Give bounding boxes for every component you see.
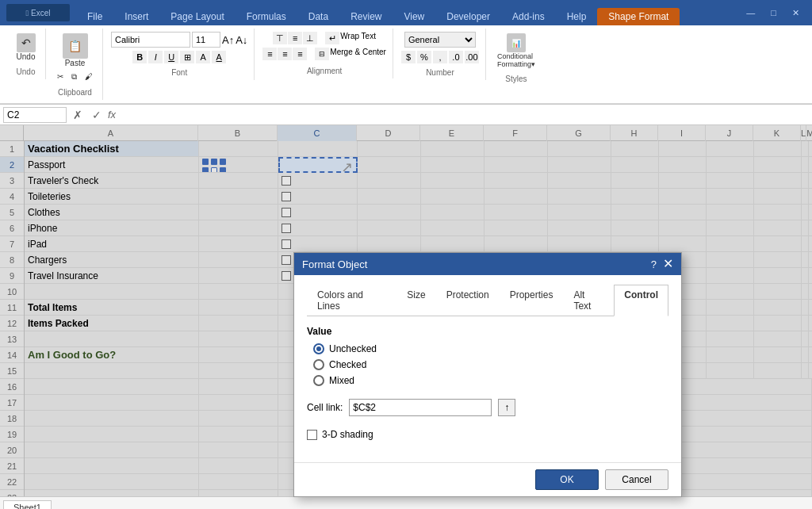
ok-button[interactable]: OK (535, 469, 599, 490)
cell-link-input[interactable] (349, 399, 492, 416)
cancel-button[interactable]: Cancel (605, 469, 668, 490)
format-painter-button[interactable]: 🖌 (82, 71, 96, 83)
ribbon-group-clipboard: 📋 Paste ✂ ⧉ 🖌 Clipboard (48, 29, 103, 100)
cell-link-row: Cell link: ↑ (307, 399, 668, 416)
cell-link-label: Cell link: (307, 402, 343, 413)
dialog-tab-properties[interactable]: Properties (500, 285, 564, 316)
align-bottom-button[interactable]: ⊥ (303, 32, 317, 44)
dialog-tabs: Colors and Lines Size Protection Propert… (307, 285, 668, 316)
font-grow-button[interactable]: A↑ (222, 34, 234, 46)
font-label: Font (171, 65, 187, 77)
wrap-text-label: Wrap Text (340, 32, 376, 44)
tab-addins[interactable]: Add-ins (501, 8, 556, 25)
cell-link-select-button[interactable]: ↑ (498, 399, 515, 416)
font-color-button[interactable]: A (212, 51, 226, 63)
merge-label: Merge & Center (330, 48, 386, 60)
undo-button[interactable]: ↶ Undo (13, 32, 39, 63)
align-center-button[interactable]: ≡ (278, 48, 292, 60)
dialog-titlebar: Format Object ? ✕ (294, 253, 681, 275)
tab-insert[interactable]: Insert (113, 8, 159, 25)
currency-button[interactable]: $ (401, 51, 416, 63)
underline-button[interactable]: U (164, 51, 178, 63)
clipboard-label: Clipboard (58, 85, 92, 97)
radio-mixed-label: Mixed (329, 375, 354, 386)
radio-mixed-circle (313, 375, 324, 386)
tab-page-layout[interactable]: Page Layout (159, 8, 235, 25)
cell-reference-box[interactable]: C2 (3, 107, 67, 123)
dialog-tab-control[interactable]: Control (614, 285, 668, 316)
tab-help[interactable]: Help (556, 8, 598, 25)
formula-divider-1: ✗ (70, 109, 86, 121)
conditional-fmt-label: ConditionalFormatting▾ (497, 52, 535, 68)
paste-icon: 📋 (63, 33, 88, 59)
border-button[interactable]: ⊞ (180, 51, 194, 63)
dialog-buttons: OK Cancel (294, 462, 681, 496)
align-left-button[interactable]: ≡ (262, 48, 277, 60)
dialog-tab-alt-text[interactable]: Alt Text (563, 285, 614, 316)
number-format-select[interactable]: General Number Currency (404, 32, 476, 48)
checkbox-3d-label: 3-D shading (322, 429, 373, 440)
dialog-tab-size[interactable]: Size (396, 285, 435, 316)
minimize-button[interactable]: — (740, 6, 761, 20)
decrease-decimal-button[interactable]: .00 (465, 51, 479, 63)
ribbon-group-styles: 📊 ConditionalFormatting▾ Styles (488, 29, 545, 86)
tab-formulas[interactable]: Formulas (236, 8, 297, 25)
merge-center-button[interactable]: ⊟ (315, 48, 329, 60)
ribbon: ↶ Undo Undo 📋 Paste ✂ ⧉ 🖌 Clipboard A↑ (0, 25, 812, 105)
sheet-tab-1[interactable]: Sheet1 (3, 500, 52, 509)
dialog-body: Colors and Lines Size Protection Propert… (294, 275, 681, 462)
formula-bar: C2 ✗ ✓ fx (0, 105, 812, 125)
formula-divider-2: ✓ (89, 109, 105, 121)
checkbox-3d-box[interactable] (307, 430, 317, 440)
fx-label: fx (108, 109, 116, 121)
font-size-input[interactable] (192, 32, 220, 48)
comma-button[interactable]: , (433, 51, 447, 63)
ribbon-group-alignment: ⊤ ≡ ⊥ ↵ Wrap Text ≡ ≡ ≡ ⊟ Merge & Center… (256, 29, 393, 78)
undo-icon: ↶ (17, 33, 36, 52)
tab-file[interactable]: File (76, 8, 113, 25)
percent-button[interactable]: % (417, 51, 431, 63)
number-label: Number (426, 65, 454, 77)
align-right-button[interactable]: ≡ (293, 48, 307, 60)
copy-button[interactable]: ⧉ (68, 71, 80, 83)
fill-color-button[interactable]: A (196, 51, 210, 63)
dialog-help-button[interactable]: ? (651, 258, 657, 270)
dialog-close-button[interactable]: ✕ (663, 258, 673, 270)
increase-decimal-button[interactable]: .0 (449, 51, 463, 63)
dialog-tab-protection[interactable]: Protection (436, 285, 500, 316)
wrap-text-button[interactable]: ↵ (325, 32, 339, 44)
tab-shape-format[interactable]: Shape Format (597, 8, 680, 25)
window-controls: — □ ✕ (740, 6, 806, 20)
radio-unchecked[interactable]: Unchecked (313, 343, 668, 354)
radio-mixed[interactable]: Mixed (313, 375, 668, 386)
title-bar:  Excel File Insert Page Layout Formulas… (0, 0, 812, 25)
value-section-label: Value (307, 326, 668, 337)
ribbon-tabs: File Insert Page Layout Formulas Data Re… (76, 0, 680, 25)
ribbon-group-font: A↑ A↓ B I U ⊞ A A Font (105, 29, 255, 80)
paste-button[interactable]: 📋 Paste (59, 32, 91, 69)
maximize-button[interactable]: □ (764, 6, 783, 20)
alignment-label: Alignment (307, 63, 342, 75)
align-top-button[interactable]: ⊤ (273, 32, 287, 44)
font-name-input[interactable] (111, 32, 190, 48)
formula-input[interactable] (119, 107, 809, 123)
cut-button[interactable]: ✂ (54, 71, 67, 83)
ribbon-group-undo: ↶ Undo Undo (6, 29, 46, 79)
tab-data[interactable]: Data (297, 8, 339, 25)
dialog-tab-colors-lines[interactable]: Colors and Lines (307, 285, 396, 316)
font-shrink-button[interactable]: A↓ (236, 34, 247, 46)
dialog-title: Format Object (302, 258, 367, 270)
radio-checked[interactable]: Checked (313, 359, 668, 370)
align-middle-button[interactable]: ≡ (288, 32, 302, 44)
tab-view[interactable]: View (393, 8, 435, 25)
conditional-formatting-button[interactable]: 📊 ConditionalFormatting▾ (494, 32, 538, 70)
italic-button[interactable]: I (148, 51, 163, 63)
radio-group-value: Unchecked Checked Mixed (313, 343, 668, 386)
checkbox-3d-row: 3-D shading (307, 429, 668, 440)
format-object-dialog: Format Object ? ✕ Colors and Lines Size … (293, 252, 682, 497)
tab-developer[interactable]: Developer (435, 8, 501, 25)
radio-unchecked-inner (316, 346, 321, 351)
bold-button[interactable]: B (132, 51, 147, 63)
tab-review[interactable]: Review (339, 8, 393, 25)
close-button[interactable]: ✕ (786, 6, 806, 20)
